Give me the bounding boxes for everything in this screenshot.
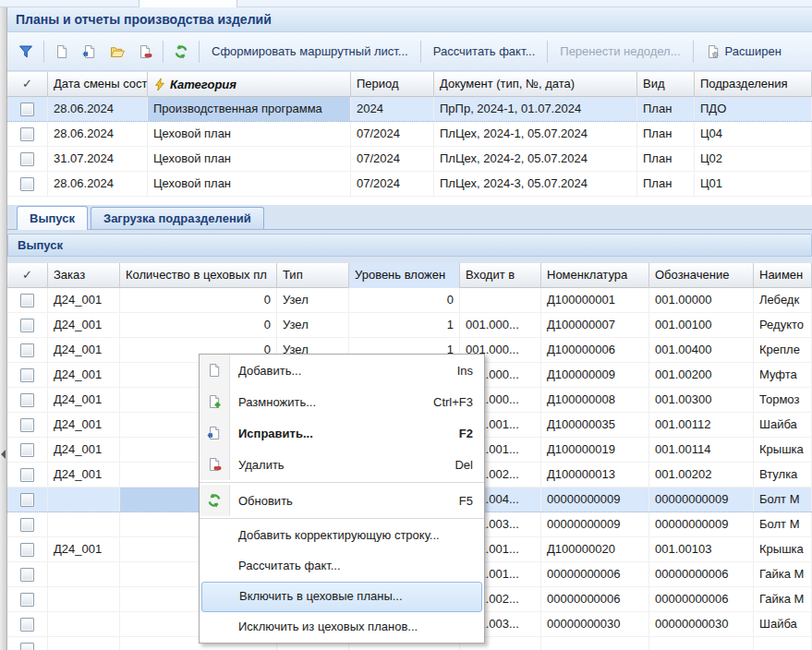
row-checkbox[interactable] <box>20 294 34 307</box>
table-row[interactable]: Д24_0010Узел1001.000...Д100000007001.001… <box>7 313 812 338</box>
column-header[interactable]: Обозначение <box>649 263 754 288</box>
cell: Узел <box>277 313 349 337</box>
row-checkbox[interactable] <box>20 418 34 432</box>
toolbar-separator <box>693 41 694 63</box>
cell: 31.07.2024 <box>48 147 148 171</box>
row-checkbox[interactable] <box>20 593 34 607</box>
table-row[interactable]: 28.06.2024Цеховой план07/2024ПлЦех, 2024… <box>7 122 812 147</box>
row-checkbox-cell <box>7 438 48 462</box>
menu-item[interactable]: Добавить корректирующую строку... <box>200 521 484 551</box>
column-header[interactable]: Категория <box>148 72 351 97</box>
cell: Д24_001 <box>48 438 120 462</box>
cell: 1 <box>349 313 460 337</box>
column-header[interactable]: Входит в <box>460 263 541 288</box>
row-checkbox[interactable] <box>20 443 34 457</box>
cell: 001.00300 <box>649 388 754 412</box>
delete-button[interactable] <box>131 39 159 65</box>
column-header[interactable]: Наимен <box>754 263 812 288</box>
row-checkbox[interactable] <box>20 518 34 532</box>
column-header[interactable]: Количество в цеховых пл <box>120 263 277 288</box>
menu-item-label: Обновить <box>230 494 459 508</box>
filter-icon <box>18 44 33 59</box>
cell: Д24_001 <box>48 413 120 437</box>
toolbar-separator <box>420 41 421 63</box>
column-header[interactable]: Период <box>351 72 434 97</box>
row-checkbox-cell <box>7 122 48 146</box>
new-document-icon <box>55 44 69 59</box>
menu-item[interactable]: Добавить...Ins <box>200 355 484 386</box>
row-checkbox[interactable] <box>20 368 34 382</box>
cell: Д100000007 <box>541 313 649 337</box>
menu-item-shortcut: Ctrl+F3 <box>433 395 484 409</box>
row-checkbox-cell <box>7 612 48 636</box>
delete-document-icon <box>207 457 222 472</box>
cell: 001.00000 <box>649 288 754 312</box>
select-all-header[interactable]: ✓ <box>7 263 48 288</box>
row-checkbox[interactable] <box>20 127 34 141</box>
cell: Цеховой план <box>148 172 351 196</box>
row-checkbox-cell <box>7 463 48 487</box>
row-checkbox[interactable] <box>20 543 34 557</box>
row-checkbox[interactable] <box>20 319 34 332</box>
menu-item-shortcut: F5 <box>459 494 484 508</box>
column-header[interactable]: Тип <box>277 263 349 288</box>
row-checkbox[interactable] <box>20 102 34 116</box>
column-header[interactable]: Номенклатура <box>541 263 649 288</box>
cell: План <box>637 172 695 196</box>
row-checkbox[interactable] <box>20 177 34 191</box>
plans-grid: ✓Дата смены состКатегорияПериодДокумент … <box>7 72 812 205</box>
column-header[interactable]: Дата смены сост <box>48 72 148 97</box>
column-header[interactable]: Уровень вложен <box>349 263 460 288</box>
row-checkbox[interactable] <box>20 468 34 482</box>
cell: Д100000020 <box>541 537 649 561</box>
panel-splitter[interactable] <box>0 7 7 650</box>
cell: 001.00100 <box>649 313 754 337</box>
row-checkbox[interactable] <box>20 152 34 166</box>
cell: 00000000006 <box>541 587 649 611</box>
cell: 001.000... <box>460 313 541 337</box>
menu-item[interactable]: УдалитьDel <box>200 449 484 480</box>
menu-item-shortcut: Ins <box>457 364 484 378</box>
table-row[interactable]: 28.06.2024Производственная программа2024… <box>7 97 812 122</box>
row-checkbox[interactable] <box>20 343 34 357</box>
open-button[interactable] <box>103 39 131 65</box>
new-document-icon <box>207 363 222 378</box>
cell: 0 <box>349 288 460 312</box>
filter-button[interactable] <box>12 39 40 65</box>
row-checkbox-cell <box>7 172 48 196</box>
add-button[interactable] <box>48 39 76 65</box>
row-checkbox[interactable] <box>20 393 34 407</box>
row-checkbox[interactable] <box>20 618 34 632</box>
menu-item[interactable]: ОбновитьF5 <box>200 485 484 516</box>
menu-item[interactable]: Размножить...Ctrl+F3 <box>200 386 484 417</box>
edit-button[interactable] <box>76 39 103 65</box>
collapse-panel-icon[interactable] <box>1 450 6 459</box>
column-header[interactable]: Документ (тип, №, дата) <box>434 72 637 97</box>
tab-vypusk[interactable]: Выпуск <box>17 206 88 230</box>
form-route-sheet-button[interactable]: Сформировать маршрутный лист... <box>203 39 417 65</box>
column-header[interactable]: Подразделения <box>695 72 812 97</box>
advanced-button[interactable]: Расширен <box>697 39 790 65</box>
menu-item[interactable]: Рассчитать факт... <box>200 551 484 582</box>
menu-item-label: Удалить <box>230 458 454 472</box>
cell: Д100000019 <box>541 438 649 462</box>
menu-item[interactable]: Включить в цеховые планы... <box>201 582 482 612</box>
row-checkbox[interactable] <box>20 568 34 582</box>
refresh-button[interactable] <box>167 39 195 65</box>
row-checkbox[interactable] <box>20 643 34 650</box>
column-header[interactable]: Вид <box>637 72 695 97</box>
select-all-header[interactable]: ✓ <box>7 72 48 97</box>
menu-item[interactable]: Исправить...F2 <box>200 417 484 449</box>
menu-item[interactable]: Исключить из цеховых планов... <box>200 612 484 643</box>
table-row[interactable]: Д24_0010Узел0Д100000001001.00000Лебедк <box>7 288 812 313</box>
table-row[interactable]: 28.06.2024Цеховой план07/2024ПлЦех, 2024… <box>7 172 812 197</box>
cell: Д100000013 <box>541 463 649 487</box>
cell: 00000000009 <box>649 512 754 536</box>
row-checkbox[interactable] <box>20 493 34 507</box>
cell <box>48 512 120 536</box>
column-header[interactable]: Заказ <box>48 263 120 288</box>
table-row[interactable]: 31.07.2024Цеховой план07/2024ПлЦех, 2024… <box>7 147 812 172</box>
tab-zagruzka-podrazdelenij[interactable]: Загрузка подразделений <box>91 207 264 229</box>
cell: План <box>637 97 695 121</box>
calculate-fact-button[interactable]: Рассчитать факт... <box>425 39 544 65</box>
